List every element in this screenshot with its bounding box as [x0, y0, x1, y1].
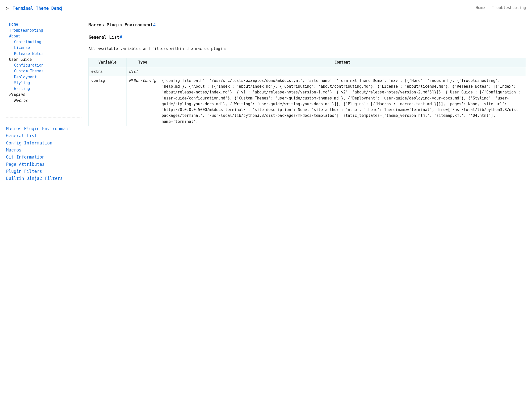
- cell-content: {'config_file_path': '/usr/src/tests/exa…: [159, 76, 526, 126]
- page-h1: Macros Plugin Environment#: [88, 22, 526, 28]
- col-content: Content: [159, 58, 526, 67]
- table-row: config MkDocsConfig {'config_file_path':…: [89, 76, 526, 126]
- nav-configuration[interactable]: Configuration: [9, 63, 81, 68]
- nav-styling[interactable]: Styling: [9, 80, 81, 86]
- h1-text: Macros Plugin Environment: [88, 22, 153, 27]
- nav-deployment[interactable]: Deployment: [9, 74, 81, 80]
- nav-custom-themes[interactable]: Custom Themes: [9, 68, 81, 74]
- intro-text: All available variables and filters with…: [88, 46, 526, 52]
- cell-variable: extra: [89, 67, 126, 76]
- toc-general-list[interactable]: General List: [6, 132, 81, 139]
- col-variable: Variable: [89, 58, 126, 67]
- h1-anchor-icon[interactable]: #: [153, 22, 156, 27]
- nav-macros-current: Macros: [9, 98, 81, 104]
- sidebar: Home Troubleshooting About Contributing …: [6, 22, 81, 182]
- h2-anchor-icon[interactable]: #: [120, 35, 122, 40]
- nav-about[interactable]: About: [9, 33, 81, 39]
- nav-plugins: Plugins: [9, 92, 81, 97]
- topnav-home[interactable]: Home: [476, 5, 485, 11]
- sidebar-divider: [6, 118, 81, 118]
- nav-troubleshooting[interactable]: Troubleshooting: [9, 28, 81, 33]
- cell-content: [159, 67, 526, 76]
- site-logo[interactable]: > Terminal Theme Demo: [6, 5, 62, 12]
- nav-home[interactable]: Home: [9, 22, 81, 27]
- side-nav: Home Troubleshooting About Contributing …: [9, 22, 81, 104]
- toc-macros[interactable]: Macros: [6, 147, 81, 153]
- nav-user-guide: User Guide: [9, 57, 81, 63]
- nav-license[interactable]: License: [9, 45, 81, 51]
- table-row: extra dict: [89, 67, 526, 76]
- h2-text: General List: [88, 35, 119, 40]
- table-of-contents: Macros Plugin Environment General List C…: [6, 125, 81, 182]
- toc-macros-plugin-environment[interactable]: Macros Plugin Environment: [6, 125, 81, 132]
- toc-page-attributes[interactable]: Page Attributes: [6, 161, 81, 168]
- toc-plugin-filters[interactable]: Plugin Filters: [6, 168, 81, 175]
- cursor-icon: [61, 7, 62, 11]
- page-header: > Terminal Theme Demo Home Troubleshooti…: [6, 5, 526, 12]
- cell-type: MkDocsConfig: [126, 76, 159, 126]
- top-nav: Home Troubleshooting: [476, 5, 526, 11]
- main-content: Macros Plugin Environment# General List#…: [88, 22, 526, 126]
- site-title: Terminal Theme Demo: [13, 6, 62, 11]
- nav-release-notes[interactable]: Release Notes: [9, 51, 81, 57]
- col-type: Type: [126, 58, 159, 67]
- nav-writing[interactable]: Writing: [9, 86, 81, 92]
- topnav-troubleshooting[interactable]: Troubleshooting: [492, 5, 526, 11]
- prompt-icon: >: [6, 6, 9, 11]
- variables-table: Variable Type Content extra dict config …: [88, 58, 526, 126]
- toc-git-information[interactable]: Git Information: [6, 154, 81, 160]
- cell-type: dict: [126, 67, 159, 76]
- toc-builtin-jinja2-filters[interactable]: Builtin Jinja2 Filters: [6, 175, 81, 182]
- toc-config-information[interactable]: Config Information: [6, 140, 81, 146]
- cell-variable: config: [89, 76, 126, 126]
- page-h2: General List#: [88, 34, 526, 40]
- nav-contributing[interactable]: Contributing: [9, 39, 81, 45]
